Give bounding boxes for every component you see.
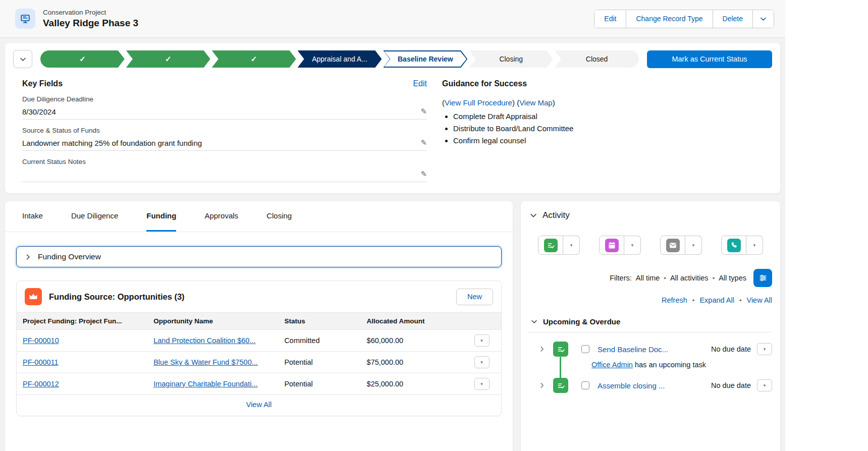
funding-overview-section-toggle[interactable]: Funding Overview	[16, 246, 502, 267]
content-columns: Intake Due Diligence Funding Approvals C…	[5, 201, 780, 451]
crown-icon	[28, 292, 38, 302]
opportunity-name-link[interactable]: Imaginary Charitable Foundati...	[153, 380, 257, 388]
paren: )	[512, 98, 515, 107]
tab-closing[interactable]: Closing	[266, 201, 292, 232]
task-actions-button[interactable]: ▾	[757, 343, 772, 355]
activity-header[interactable]: Activity	[529, 210, 772, 220]
row-actions-button[interactable]: ▾	[474, 378, 490, 390]
phone-icon	[727, 239, 741, 252]
field-source-status-of-funds: Source & Status of Funds Landowner match…	[22, 127, 427, 151]
record-detail-card: Intake Due Diligence Funding Approvals C…	[5, 201, 513, 451]
log-a-call-button[interactable]	[721, 236, 746, 255]
opportunities-header: Funding Source: Opportunities (3) New	[17, 281, 501, 312]
assignee-link[interactable]: Office Admin	[591, 361, 633, 369]
monitor-icon	[20, 13, 31, 24]
log-a-call-group: ▾	[721, 236, 763, 255]
record-header: Conservation Project Valley Ridge Phase …	[0, 0, 785, 38]
row-actions-button[interactable]: ▾	[474, 334, 490, 347]
delete-button[interactable]: Delete	[713, 10, 752, 28]
filter-all-types: All types	[719, 274, 746, 282]
path-stage-appraisal[interactable]: Appraisal and A...	[298, 50, 382, 68]
path-stage-baseline-review[interactable]: Baseline Review	[383, 50, 467, 68]
expand-task-button[interactable]	[539, 382, 546, 388]
upcoming-overdue-title: Upcoming & Overdue	[543, 317, 620, 326]
path-toggle-button[interactable]	[13, 50, 32, 68]
table-row: PF-000012 Imaginary Charitable Foundati.…	[17, 373, 501, 395]
opportunity-name-link[interactable]: Land Protection Coalition $60...	[153, 336, 255, 345]
more-actions-button[interactable]	[752, 10, 774, 28]
project-funding-link[interactable]: PF-000012	[23, 380, 59, 388]
activity-composer: ▾ ▾ ▾ ▾	[529, 236, 772, 255]
new-event-dropdown-button[interactable]: ▾	[624, 236, 641, 255]
change-record-type-button[interactable]: Change Record Type	[626, 10, 712, 28]
email-dropdown-button[interactable]: ▾	[685, 236, 702, 255]
dot-separator: •	[713, 274, 715, 282]
record-actions: Edit Change Record Type Delete	[594, 10, 774, 28]
opportunity-name-link[interactable]: Blue Sky & Water Fund $7500...	[153, 358, 258, 366]
dot-separator: •	[664, 274, 666, 282]
table-row: PF-000011 Blue Sky & Water Fund $7500...…	[17, 352, 501, 373]
edit-pencil-icon[interactable]: ✎	[420, 107, 427, 116]
field-value: 8/30/2024	[22, 107, 56, 116]
new-event-group: ▾	[599, 236, 641, 255]
path-stage-2[interactable]: ✓	[126, 50, 210, 68]
new-event-button[interactable]	[599, 236, 624, 255]
activity-title: Activity	[542, 210, 570, 220]
filters-label: Filters:	[610, 274, 632, 282]
log-a-call-dropdown-button[interactable]: ▾	[746, 236, 763, 255]
row-actions-button[interactable]: ▾	[474, 356, 490, 368]
chevron-right-icon	[25, 254, 31, 260]
chevron-down-icon	[531, 318, 537, 325]
column-header-allocated-amount: Allocated Amount	[361, 313, 463, 330]
new-opportunity-button[interactable]: New	[456, 289, 493, 305]
edit-pencil-icon[interactable]: ✎	[420, 138, 427, 147]
guidance-bullet: Distribute to Board/Land Committee	[453, 124, 766, 133]
stage-label: Closed	[586, 55, 608, 63]
view-full-procedure-link[interactable]: View Full Procedure	[445, 98, 512, 107]
check-icon: ✓	[79, 54, 86, 64]
field-due-diligence-deadline: Due Diligence Deadline 8/30/2024✎	[22, 95, 427, 120]
expand-task-button[interactable]	[539, 346, 546, 352]
task-checkbox[interactable]	[581, 345, 589, 353]
task-checkbox[interactable]	[581, 381, 589, 389]
view-map-link[interactable]: View Map	[519, 98, 553, 107]
filter-all-time: All time	[636, 274, 660, 282]
mark-current-status-button[interactable]: Mark as Current Status	[647, 50, 772, 68]
edit-button[interactable]: Edit	[594, 10, 626, 28]
tab-due-diligence[interactable]: Due Diligence	[71, 201, 118, 232]
tab-funding[interactable]: Funding	[146, 201, 176, 232]
new-task-button[interactable]	[538, 236, 563, 255]
activity-filter-settings-button[interactable]	[753, 269, 772, 287]
key-fields-title: Key Fields	[22, 79, 63, 88]
opportunities-related-list: Funding Source: Opportunities (3) New Pr…	[16, 280, 502, 416]
view-all-activities-link[interactable]: View All	[746, 296, 772, 304]
field-label: Due Diligence Deadline	[22, 95, 427, 103]
task-title-link[interactable]: Send Baseline Doc...	[598, 345, 668, 354]
task-title-link[interactable]: Assemble closing ...	[598, 381, 665, 390]
tab-approvals[interactable]: Approvals	[204, 201, 238, 232]
refresh-link[interactable]: Refresh	[662, 296, 687, 304]
path-stage-closed[interactable]: Closed	[555, 50, 639, 68]
path-stage-3[interactable]: ✓	[212, 50, 296, 68]
email-button[interactable]	[660, 236, 685, 255]
new-task-dropdown-button[interactable]: ▾	[563, 236, 580, 255]
task-icon	[544, 239, 558, 252]
project-funding-link[interactable]: PF-000011	[23, 358, 59, 366]
project-funding-link[interactable]: PF-000010	[23, 336, 59, 345]
key-fields-edit-link[interactable]: Edit	[413, 79, 427, 88]
guidance-bullet: Complete Draft Appraisal	[453, 112, 766, 121]
path-card: ✓ ✓ ✓ Appraisal and A... Baseline Review…	[5, 43, 780, 193]
expand-all-link[interactable]: Expand All	[699, 296, 734, 304]
guidance-bullets: Complete Draft Appraisal Distribute to B…	[453, 112, 766, 145]
dot-separator: •	[739, 297, 742, 304]
path-stage-1[interactable]: ✓	[40, 50, 125, 68]
path-stage-closing[interactable]: Closing	[469, 50, 553, 68]
edit-pencil-icon[interactable]: ✎	[420, 170, 427, 179]
tab-intake[interactable]: Intake	[22, 201, 43, 232]
task-actions-button[interactable]: ▾	[757, 379, 772, 391]
guidance-links: (View Full Procedure) (View Map)	[442, 98, 766, 107]
stage-label: Baseline Review	[398, 55, 453, 63]
view-all-link[interactable]: View All	[246, 401, 272, 409]
check-icon: ✓	[251, 54, 257, 64]
upcoming-overdue-section-toggle[interactable]: Upcoming & Overdue	[529, 317, 772, 332]
